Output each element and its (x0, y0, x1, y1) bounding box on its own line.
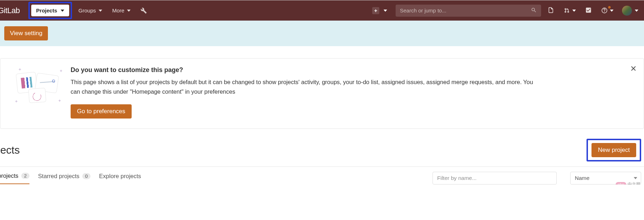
new-project-button[interactable]: New project (591, 143, 636, 157)
watermark: php 中文网 (616, 181, 640, 185)
plus-icon (372, 7, 379, 14)
chevron-down-icon (610, 10, 613, 12)
brand-label: GitLab (0, 6, 20, 15)
groups-dropdown[interactable]: Groups (78, 7, 102, 13)
notification-dot-icon (608, 6, 611, 9)
chevron-down-icon (634, 177, 637, 179)
go-to-preferences-button[interactable]: Go to preferences (71, 104, 132, 119)
callout-text: This page shows a list of your projects … (71, 77, 539, 97)
view-setting-button[interactable]: View setting (4, 26, 48, 40)
tab-your-projects[interactable]: projects 2 (0, 172, 29, 184)
wrench-icon (141, 7, 147, 14)
chevron-down-icon (384, 10, 387, 12)
todos-link[interactable] (585, 7, 592, 15)
heading-row: jects New project (0, 132, 644, 167)
tab-label: Starred projects (38, 173, 79, 180)
filter-by-name-input[interactable] (433, 172, 557, 185)
more-dropdown-label: More (112, 7, 124, 13)
projects-dropdown[interactable]: Projects (31, 5, 69, 16)
top-nav-bar: GitLab Projects Groups More (0, 0, 644, 21)
user-menu-dropdown[interactable] (622, 6, 638, 16)
issues-link[interactable] (547, 7, 554, 15)
tab-explore-projects[interactable]: Explore projects (99, 173, 141, 184)
todos-icon (585, 7, 592, 13)
chevron-down-icon (572, 10, 576, 12)
callout-illustration: ✦✦✦✦ (10, 66, 64, 105)
tab-label: projects (0, 172, 18, 179)
projects-highlight-frame: Projects (28, 2, 72, 19)
top-right-icons (547, 7, 613, 15)
help-dropdown[interactable] (601, 7, 613, 14)
more-dropdown[interactable]: More (112, 7, 131, 13)
customize-callout: ✦✦✦✦ Do you want to customize this page?… (0, 58, 644, 129)
watermark-text: 中文网 (628, 181, 640, 185)
new-project-highlight-frame: New project (587, 139, 641, 161)
merge-request-icon (563, 7, 570, 14)
page-title: jects (0, 144, 20, 156)
tab-starred-projects[interactable]: Starred projects 0 (38, 173, 90, 184)
chevron-down-icon (635, 10, 638, 12)
tab-label: Explore projects (99, 173, 141, 180)
avatar (622, 6, 632, 16)
chevron-down-icon (99, 10, 102, 12)
count-badge: 2 (21, 173, 30, 179)
watermark-pill: php (616, 182, 626, 185)
admin-wrench-button[interactable] (141, 7, 147, 14)
help-icon (601, 7, 608, 14)
callout-title: Do you want to customize this page? (71, 66, 634, 74)
sort-selected-label: Name (575, 175, 589, 181)
chevron-down-icon (61, 10, 64, 12)
groups-dropdown-label: Groups (78, 7, 96, 13)
search-input[interactable] (400, 7, 531, 13)
project-tabs: projects 2 Starred projects 0 Explore pr… (0, 167, 644, 185)
global-search[interactable] (396, 5, 541, 17)
chevron-down-icon (127, 10, 131, 12)
merge-requests-dropdown[interactable] (563, 7, 576, 14)
projects-dropdown-label: Projects (36, 7, 57, 13)
close-icon: ✕ (630, 64, 637, 73)
info-banner: View setting (0, 21, 644, 46)
search-icon (531, 7, 537, 14)
close-callout-button[interactable]: ✕ (630, 64, 637, 73)
issues-icon (547, 7, 554, 13)
count-badge: 0 (82, 173, 91, 179)
new-item-dropdown[interactable] (372, 7, 387, 14)
